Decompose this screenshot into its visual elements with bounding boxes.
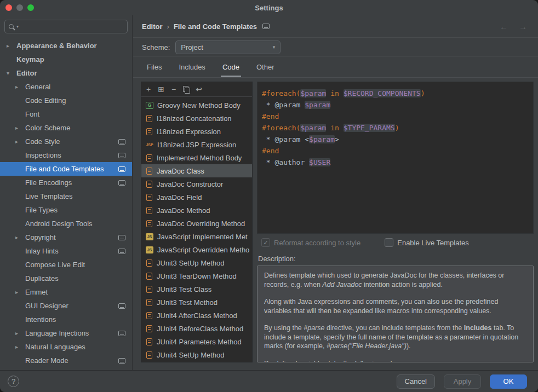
sidebar-item-keymap[interactable]: Keymap (0, 53, 132, 66)
ok-button[interactable]: OK (490, 374, 527, 389)
template-item-javadoc-class[interactable]: JavaDoc Class (141, 164, 252, 177)
sidebar-item-file-encodings[interactable]: File Encodings (0, 176, 132, 189)
tab-code[interactable]: Code (221, 57, 241, 77)
chevron-collapsed-icon[interactable]: ▸ (15, 125, 25, 131)
template-item-junit4-afterclass-method[interactable]: JUnit4 AfterClass Method (141, 309, 252, 322)
sidebar-item-code-editing[interactable]: Code Editing (0, 94, 132, 107)
search-history-chevron-icon[interactable]: ▾ (16, 24, 19, 29)
cancel-button[interactable]: Cancel (397, 374, 435, 389)
template-item-groovy-new-method-body[interactable]: GGroovy New Method Body (141, 99, 252, 112)
reformat-checkbox[interactable]: ✓ Reformat according to style (261, 238, 360, 247)
sidebar-item-inspections[interactable]: Inspections (0, 148, 132, 162)
code-token: * @author (262, 158, 309, 166)
chevron-collapsed-icon[interactable]: ▸ (15, 289, 25, 295)
checkbox-unchecked-icon (385, 238, 393, 247)
template-file-icon (146, 260, 152, 267)
template-item-junit3-teardown-method[interactable]: JUnit3 TearDown Method (141, 269, 252, 283)
copy-template-icon[interactable] (182, 85, 191, 94)
sidebar-item-android-design-tools[interactable]: Android Design Tools (0, 217, 132, 230)
template-editor[interactable]: #foreach($param in $RECORD_COMPONENTS) *… (257, 82, 534, 234)
template-item-junit3-test-method[interactable]: JUnit3 Test Method (141, 296, 252, 309)
traffic-lights (5, 4, 34, 11)
chevron-collapsed-icon[interactable]: ▸ (7, 43, 16, 49)
sidebar-item-copyright[interactable]: ▸Copyright (0, 230, 132, 244)
template-item-i18nized-concatenation[interactable]: I18nized Concatenation (141, 112, 252, 125)
sidebar-item-code-style[interactable]: ▸Code Style (0, 135, 132, 148)
reset-to-default-icon[interactable]: ↩ (194, 85, 203, 94)
chevron-collapsed-icon[interactable]: ▸ (15, 330, 25, 336)
back-icon[interactable]: ← (500, 22, 508, 31)
scheme-select[interactable]: Project ▾ (175, 41, 281, 54)
template-item-junit3-test-class[interactable]: JUnit3 Test Class (141, 283, 252, 296)
template-item-junit4-beforeclass-method[interactable]: JUnit4 BeforeClass Method (141, 322, 252, 335)
template-item-i18nized-jsp-expression[interactable]: JSPI18nized JSP Expression (141, 138, 252, 151)
template-item-junit3-setup-method[interactable]: JUnit3 SetUp Method (141, 256, 252, 269)
sidebar-item-editor[interactable]: ▾Editor (0, 66, 132, 80)
remove-template-icon[interactable]: − (169, 85, 178, 94)
zoom-button[interactable] (27, 4, 34, 11)
tab-files[interactable]: Files (145, 57, 163, 77)
code-line: #foreach($param in $TYPE_PARAMS) (262, 122, 529, 134)
ide-scope-icon (118, 249, 125, 254)
history-nav: ← → (500, 22, 527, 31)
dialog-footer: ? Cancel Apply OK (0, 370, 538, 392)
sidebar-item-language-injections[interactable]: ▸Language Injections (0, 326, 132, 340)
sidebar-item-compose-live-edit[interactable]: Compose Live Edit (0, 258, 132, 272)
tab-includes[interactable]: Includes (177, 57, 207, 77)
breadcrumb-editor[interactable]: Editor (142, 22, 163, 31)
settings-main: Editor › File and Code Templates ← → Sch… (133, 15, 538, 370)
sidebar-item-intentions[interactable]: Intentions (0, 313, 132, 326)
template-file-icon (146, 325, 152, 332)
sidebar-item-label: Inspections (25, 151, 61, 159)
create-child-template-icon[interactable]: ⊞ (157, 85, 165, 94)
sidebar-item-font[interactable]: Font (0, 107, 132, 121)
template-item-javascript-overridden-metho[interactable]: JSJavaScript Overridden Metho (141, 243, 252, 256)
template-list: GGroovy New Method BodyI18nized Concaten… (141, 97, 252, 362)
template-name: I18nized JSP Expression (157, 141, 236, 149)
sidebar-item-file-types[interactable]: File Types (0, 203, 132, 217)
close-button[interactable] (5, 4, 12, 11)
sidebar-item-general[interactable]: ▸General (0, 80, 132, 94)
template-item-javascript-implemented-met[interactable]: JSJavaScript Implemented Met (141, 230, 252, 243)
template-file-icon (146, 154, 152, 162)
code-token: #foreach( (262, 124, 300, 132)
breadcrumb-file-and-code-templates: File and Code Templates (174, 22, 257, 31)
settings-search-input[interactable]: ▾ (4, 20, 128, 33)
minimize-button[interactable] (16, 4, 23, 11)
sidebar-item-emmet[interactable]: ▸Emmet (0, 285, 132, 299)
template-item-javadoc-field[interactable]: JavaDoc Field (141, 191, 252, 204)
template-item-i18nized-expression[interactable]: I18nized Expression (141, 125, 252, 138)
sidebar-item-label: Language Injections (25, 329, 89, 337)
sidebar-item-natural-languages[interactable]: ▸Natural Languages (0, 340, 132, 354)
sidebar-item-appearance-behavior[interactable]: ▸Appearance & Behavior (0, 39, 132, 53)
templates-body: +⊞−↩ GGroovy New Method BodyI18nized Con… (133, 78, 538, 370)
help-button[interactable]: ? (8, 376, 19, 387)
sidebar-item-gui-designer[interactable]: GUI Designer (0, 299, 132, 313)
forward-icon[interactable]: → (519, 22, 527, 31)
apply-button[interactable]: Apply (444, 374, 481, 389)
chevron-collapsed-icon[interactable]: ▸ (15, 84, 25, 90)
template-options: ✓ Reformat according to style Enable Liv… (257, 234, 534, 251)
template-item-implemented-method-body[interactable]: Implemented Method Body (141, 151, 252, 164)
create-template-icon[interactable]: + (144, 85, 153, 94)
template-item-junit4-setup-method[interactable]: JUnit4 SetUp Method (141, 348, 252, 361)
chevron-collapsed-icon[interactable]: ▸ (15, 344, 25, 350)
code-line: * @param $param (262, 99, 529, 111)
template-item-javadoc-overriding-method[interactable]: JavaDoc Overriding Method (141, 217, 252, 230)
template-item-javadoc-method[interactable]: JavaDoc Method (141, 204, 252, 217)
sidebar-item-live-templates[interactable]: Live Templates (0, 189, 132, 203)
sidebar-item-file-and-code-templates[interactable]: File and Code Templates (0, 162, 132, 176)
sidebar-item-inlay-hints[interactable]: Inlay Hints (0, 244, 132, 258)
tab-other[interactable]: Other (255, 57, 276, 77)
chevron-collapsed-icon[interactable]: ▸ (15, 234, 25, 240)
sidebar-item-reader-mode[interactable]: Reader Mode (0, 354, 132, 367)
chevron-collapsed-icon[interactable]: ▸ (15, 139, 25, 145)
template-item-junit4-parameters-method[interactable]: JUnit4 Parameters Method (141, 335, 252, 348)
template-item-javadoc-constructor[interactable]: JavaDoc Constructor (141, 177, 252, 191)
chevron-expanded-icon[interactable]: ▾ (7, 70, 16, 76)
enable-live-templates-checkbox[interactable]: Enable Live Templates (385, 238, 469, 247)
checkbox-checked-icon: ✓ (261, 238, 270, 247)
sidebar-item-color-scheme[interactable]: ▸Color Scheme (0, 121, 132, 135)
sidebar-item-duplicates[interactable]: Duplicates (0, 272, 132, 285)
description-label: Description: (257, 251, 534, 266)
